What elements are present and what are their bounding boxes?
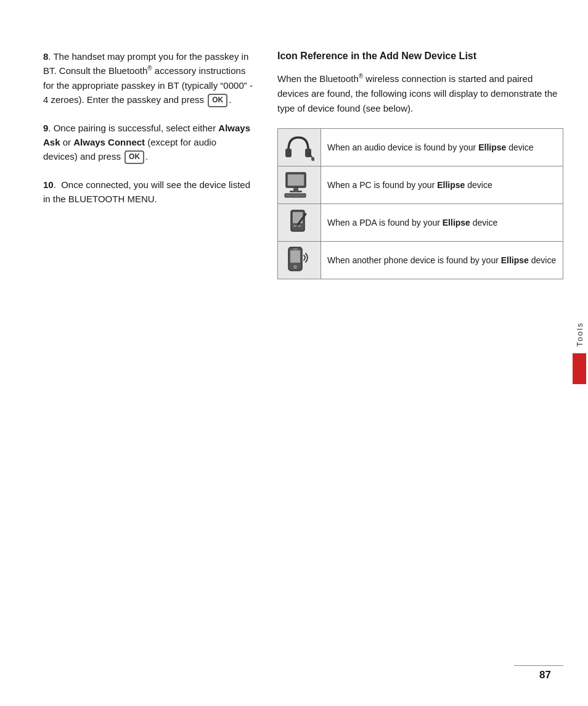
svg-rect-8 [285, 194, 306, 197]
pc-icon [280, 169, 316, 201]
table-row-phone: When another phone device is found by yo… [278, 242, 563, 279]
ok-button-9: OK [125, 150, 144, 164]
svg-rect-12 [298, 225, 301, 227]
right-column: Icon Reference in the Add New Device Lis… [277, 49, 563, 669]
icon-cell-pda [278, 204, 321, 242]
table-row-audio: When an audio device is found by your El… [278, 129, 563, 166]
pc-device-svg [282, 170, 314, 200]
desc-cell-audio: When an audio device is found by your El… [321, 129, 563, 166]
page-number-line [514, 665, 563, 667]
ellipse-bold-pc: Ellipse [437, 180, 465, 190]
list-item-9: 9. Once pairing is successful, select ei… [43, 121, 253, 164]
svg-rect-0 [285, 149, 292, 157]
main-content: 8. The handset may prompt you for the pa… [0, 0, 588, 706]
svg-rect-7 [290, 191, 302, 192]
ellipse-bold-audio: Ellipse [478, 142, 506, 152]
audio-device-svg [282, 133, 314, 162]
svg-rect-11 [293, 225, 296, 227]
icon-cell-phone [278, 242, 321, 279]
list-item-9-text: 9. Once pairing is successful, select ei… [43, 123, 250, 162]
desc-cell-pc: When a PC is found by your Ellipse devic… [321, 166, 563, 204]
page-container: 8. The handset may prompt you for the pa… [0, 0, 588, 706]
sidebar-tab: Tools [571, 316, 588, 390]
pda-device-svg [282, 208, 314, 237]
table-row-pc: When a PC is found by your Ellipse devic… [278, 166, 563, 204]
icon-cell-audio [278, 129, 321, 166]
svg-rect-16 [290, 250, 300, 263]
ok-button-8: OK [208, 94, 227, 107]
ellipse-bold-pda: Ellipse [443, 218, 470, 228]
pda-icon [280, 207, 316, 239]
sidebar-tab-label: Tools [575, 322, 584, 347]
ellipse-bold-phone: Ellipse [501, 255, 529, 265]
svg-rect-17 [293, 248, 298, 250]
page-number: 87 [539, 669, 551, 681]
list-item-8: 8. The handset may prompt you for the pa… [43, 49, 253, 107]
left-column: 8. The handset may prompt you for the pa… [43, 49, 253, 669]
table-row-pda: When a PDA is found by your Ellipse devi… [278, 204, 563, 242]
always-connect-label: Always Connect [73, 137, 145, 147]
desc-cell-pda: When a PDA is found by your Ellipse devi… [321, 204, 563, 242]
phone-device-svg [282, 245, 314, 275]
device-table: When an audio device is found by your El… [277, 128, 563, 279]
phone-icon [280, 244, 316, 276]
list-item-10: 10. Once connected, you will see the dev… [43, 178, 253, 207]
audio-icon [280, 131, 316, 163]
sidebar-tab-bar [573, 353, 586, 384]
svg-point-18 [293, 265, 297, 269]
list-item-8-text: 8. The handset may prompt you for the pa… [43, 51, 253, 105]
icon-cell-pc [278, 166, 321, 204]
section-title: Icon Reference in the Add New Device Lis… [277, 49, 563, 63]
list-item-10-text: 10. Once connected, you will see the dev… [43, 179, 250, 204]
intro-text: When the Bluetooth® wireless connection … [277, 72, 563, 116]
svg-rect-6 [293, 187, 298, 191]
svg-rect-5 [288, 174, 304, 186]
desc-cell-phone: When another phone device is found by yo… [321, 242, 563, 279]
